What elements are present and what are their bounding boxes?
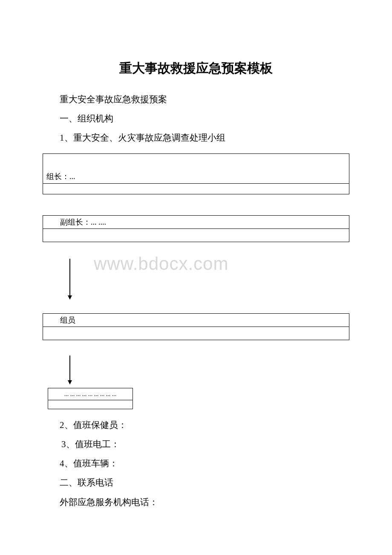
text-line-1: 重大安全事故应急救援预案 xyxy=(0,90,392,109)
text-line-2: 一、组织机构 xyxy=(0,109,392,128)
text-line-5: 3、值班电工： xyxy=(0,435,392,454)
org-box-names-label: ... ... ... ... ... ... ... ... ... xyxy=(64,391,117,398)
org-box-leader: 组长：... xyxy=(43,153,349,194)
watermark-text: www.bdocx.com xyxy=(94,254,228,274)
org-box-leader-label: 组长：... xyxy=(46,171,75,182)
document-title: 重大事故救援应急预案模板 xyxy=(0,60,392,77)
text-line-6: 4、值班车辆： xyxy=(0,454,392,473)
org-box-names: ... ... ... ... ... ... ... ... ... xyxy=(48,388,133,409)
text-line-7: 二、联系电话 xyxy=(0,473,392,492)
text-line-3: 1、重大安全、火灾事故应急调查处理小组 xyxy=(0,128,392,147)
org-box-member: 组员 xyxy=(43,313,349,340)
text-line-8: 外部应急服务机构电话： xyxy=(0,493,392,512)
text-line-4: 2、值班保健员： xyxy=(0,416,392,435)
org-box-member-label: 组员 xyxy=(60,315,75,325)
org-box-deputy: 副组长：... .... xyxy=(43,215,349,242)
org-box-deputy-label: 副组长：... .... xyxy=(60,217,106,227)
